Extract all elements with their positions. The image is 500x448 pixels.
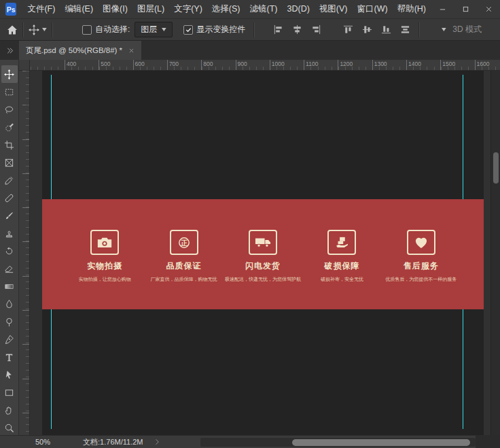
ruler-tick-label: 800 [201, 60, 213, 70]
menu-item-2[interactable]: 图像(I) [98, 0, 132, 18]
ruler-tick-label: 1500 [440, 60, 455, 70]
document-info: 文档:1.76M/11.2M [83, 437, 143, 447]
svg-text:正: 正 [181, 239, 188, 246]
menu-item-10[interactable]: 帮助(H) [393, 0, 431, 18]
heart-icon [407, 230, 435, 255]
close-button[interactable] [477, 0, 500, 18]
align-bottom-icon[interactable] [381, 24, 391, 35]
chevron-down-icon[interactable] [42, 28, 47, 31]
align-top-icon[interactable] [343, 24, 353, 35]
canvas-viewport: 实物拍摄实物拍摄，让您放心购物正品质保证厂家直供，品质保障，购物无忧闪电发货极速… [30, 71, 500, 435]
menu-item-0[interactable]: 文件(F) [22, 0, 60, 18]
blur-tool[interactable] [1, 295, 18, 313]
document-tab-title: 页尾.psd @ 50%(RGB/8#) * [26, 46, 122, 56]
ruler-tick-label: 1200 [338, 60, 353, 70]
chevron-down-icon[interactable] [442, 28, 446, 31]
ruler-tick-label: 1000 [270, 60, 285, 70]
path-selection-tool[interactable] [1, 366, 18, 383]
ruler-tick-label: 700 [167, 60, 179, 70]
service-subtitle: 极速配送，快递无忧，为您保驾护航 [224, 276, 302, 283]
clone-stamp-tool[interactable] [1, 224, 18, 242]
minimize-button[interactable] [431, 0, 454, 18]
menu-item-8[interactable]: 视图(V) [315, 0, 353, 18]
home-icon[interactable] [7, 24, 18, 35]
pen-tool[interactable] [1, 330, 18, 348]
zoom-tool[interactable] [1, 419, 18, 435]
vertical-ruler[interactable] [19, 71, 30, 435]
align-middle-icon[interactable] [362, 24, 372, 35]
service-title: 闪电发货 [224, 260, 302, 272]
gradient-tool[interactable] [1, 277, 18, 295]
maximize-button[interactable] [454, 0, 477, 18]
badge-icon: 正 [170, 230, 198, 255]
camera-icon [90, 230, 119, 255]
show-transform-checkbox[interactable] [183, 25, 193, 35]
ruler-tick-label: 1600 [475, 60, 490, 70]
divider [418, 22, 420, 37]
service-subtitle: 厂家直供，品质保障，购物无忧 [144, 276, 223, 283]
distribute-icon[interactable] [400, 24, 410, 35]
lasso-tool[interactable] [1, 101, 18, 118]
ruler-tick-label: 1400 [406, 60, 421, 70]
truck-icon [249, 230, 277, 255]
dodge-tool[interactable] [1, 313, 18, 330]
move-tool-preset-icon[interactable] [29, 24, 39, 35]
ruler-tick-label: 400 [65, 60, 76, 70]
quick-selection-tool[interactable] [1, 118, 18, 136]
menu-item-7[interactable]: 3D(D) [283, 0, 315, 18]
menu-item-6[interactable]: 滤镜(T) [245, 0, 283, 18]
spot-healing-brush-tool[interactable] [1, 189, 18, 207]
tool-bar [0, 60, 19, 435]
frame-tool[interactable] [1, 154, 18, 171]
brush-tool[interactable] [1, 207, 18, 224]
document-tab[interactable]: 页尾.psd @ 50%(RGB/8#) * [19, 41, 141, 60]
rectangle-tool[interactable] [1, 383, 18, 401]
eyedropper-tool[interactable] [1, 171, 18, 189]
chevron-down-icon [162, 28, 166, 31]
service-subtitle: 破损补寄，安全无忧 [302, 276, 381, 283]
double-chevron-icon[interactable] [0, 41, 19, 60]
document-canvas[interactable]: 实物拍摄实物拍摄，让您放心购物正品质保证厂家直供，品质保障，购物无忧闪电发货极速… [42, 71, 484, 435]
vertical-scrollbar-thumb[interactable] [493, 152, 499, 184]
menu-item-4[interactable]: 文字(Y) [169, 0, 207, 18]
tab-bar: 页尾.psd @ 50%(RGB/8#) * [0, 41, 500, 60]
service-title: 售后服务 [382, 260, 461, 272]
align-center-icon[interactable] [292, 24, 302, 35]
options-bar: 自动选择: 图层 显示变换控件 3D 模式 [0, 19, 500, 41]
menu-item-1[interactable]: 编辑(E) [60, 0, 98, 18]
package-icon [327, 230, 356, 255]
zoom-level[interactable]: 50% [35, 438, 50, 446]
divider [22, 22, 24, 37]
menu-item-3[interactable]: 图层(L) [132, 0, 169, 18]
horizontal-scrollbar-thumb[interactable] [292, 439, 470, 446]
title-bar: Ps 文件(F)编辑(E)图像(I)图层(L)文字(Y)选择(S)滤镜(T)3D… [0, 0, 500, 19]
ruler-corner [19, 60, 30, 71]
auto-select-checkbox[interactable] [82, 25, 92, 35]
rectangular-marquee-tool[interactable] [1, 83, 18, 101]
service-item-1: 正品质保证厂家直供，品质保障，购物无忧 [144, 230, 223, 283]
service-item-2: 闪电发货极速配送，快递无忧，为您保驾护航 [224, 230, 302, 283]
service-subtitle: 优质售后，为您提供不一样的服务 [382, 276, 461, 283]
show-transform-label: 显示变换控件 [196, 24, 245, 35]
mode-3d-label[interactable]: 3D 模式 [452, 24, 482, 35]
hand-tool[interactable] [1, 401, 18, 419]
eraser-tool[interactable] [1, 260, 18, 277]
horizontal-ruler[interactable]: 4005006007008009001000110012001300140015… [30, 60, 500, 71]
layer-dropdown-value: 图层 [141, 24, 157, 35]
tab-close-icon[interactable] [128, 48, 135, 54]
status-chevron-icon[interactable] [155, 438, 159, 445]
vertical-scrollbar[interactable] [490, 71, 500, 435]
horizontal-scrollbar[interactable] [200, 438, 476, 447]
divider [253, 22, 255, 37]
crop-tool[interactable] [1, 136, 18, 154]
align-left-icon[interactable] [273, 24, 283, 35]
type-tool[interactable] [1, 348, 18, 366]
auto-select-target-dropdown[interactable]: 图层 [135, 22, 173, 37]
history-brush-tool[interactable] [1, 242, 18, 260]
menu-item-9[interactable]: 窗口(W) [353, 0, 393, 18]
align-right-icon[interactable] [311, 24, 321, 35]
photoshop-logo-icon: Ps [5, 3, 16, 16]
search-icon[interactable] [429, 24, 440, 35]
menu-item-5[interactable]: 选择(S) [207, 0, 245, 18]
move-tool[interactable] [1, 65, 18, 83]
